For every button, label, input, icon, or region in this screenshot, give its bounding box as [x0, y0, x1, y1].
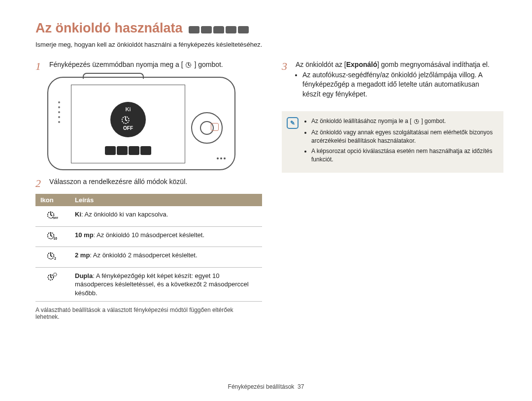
info-item-3: A képsorozat opció kiválasztása esetén n… [311, 147, 497, 164]
table-row: 2 2 mp: Az önkioldó 2 másodpercet késlel… [35, 247, 262, 268]
step-3-pre: Az önkioldót az [ [296, 61, 346, 68]
row-desc-10s: 10 mp: Az önkioldó 10 másodpercet késlel… [70, 226, 262, 247]
step-1-pre: Fényképezés üzemmódban nyomja meg a [ [49, 61, 183, 68]
svg-point-9 [54, 273, 57, 276]
table-row: Dupla: A fényképezőgép két képet készít:… [35, 267, 262, 302]
mode-icon-5 [238, 26, 249, 33]
camera-bottom-dots [217, 157, 228, 161]
row-desc-2s: 2 mp: Az önkioldó 2 másodpercet késlelte… [70, 247, 262, 268]
step-1: 1 Fényképezés üzemmódban nyomja meg a [ … [35, 60, 262, 73]
step-2-text: Válasszon a rendelkezésre álló módok köz… [49, 177, 262, 186]
svg-text:OFF: OFF [53, 216, 59, 219]
table-row: 10 10 mp: Az önkioldó 10 másodpercet kés… [35, 226, 262, 247]
step-1-post: ] gombot. [194, 61, 223, 68]
step-2: 2 Válasszon a rendelkezésre álló módok k… [35, 177, 262, 190]
step-3-bullets: Az autofókusz-segédfény/az önkioldó jelz… [302, 70, 494, 99]
palette-item [129, 146, 139, 155]
manual-page: Az önkioldó használata Ismerje meg, hogy… [0, 0, 532, 401]
info-1-post: ] gombot. [421, 118, 446, 124]
step-1-text: Fényképezés üzemmódban nyomja meg a [ ] … [49, 60, 262, 71]
step-3-bold: Exponáló [346, 61, 377, 68]
timer-modes-table: Ikon Leírás OFF Ki: Az önkioldó ki van k… [35, 194, 262, 302]
camera-lcd: Ki OFF [71, 85, 185, 163]
palette-item [117, 146, 128, 155]
applicable-mode-icons [189, 26, 249, 33]
page-footer: Fényképezési beállítások 37 [0, 383, 532, 390]
info-item-2: Az önkioldó vagy annak egyes szolgáltatá… [311, 128, 497, 145]
info-icon: ✎ [287, 117, 299, 129]
step-number-3: 3 [282, 60, 292, 73]
timer-icon [185, 61, 192, 71]
step-3-post: ] gomb megnyomásával indíthatja el. [377, 61, 490, 68]
step-number-1: 1 [35, 60, 45, 73]
palette-item [105, 146, 116, 155]
footer-page-number: 37 [298, 383, 304, 390]
camera-illustration: Ki OFF [47, 77, 235, 170]
row-icon-off: OFF [35, 206, 70, 226]
table-header-desc: Leírás [70, 194, 262, 206]
left-column: 1 Fényképezés üzemmódban nyomja meg a [ … [35, 60, 262, 320]
table-header-icon: Ikon [35, 194, 70, 206]
right-column: 3 Az önkioldót az [Exponáló] gomb megnyo… [282, 60, 494, 320]
svg-text:10: 10 [54, 237, 58, 240]
two-column-layout: 1 Fényképezés üzemmódban nyomja meg a [ … [35, 60, 497, 320]
camera-lcd-palette [105, 146, 151, 155]
page-title: Az önkioldó használata [35, 21, 183, 36]
timer-off-icon [121, 114, 135, 126]
palette-item [140, 146, 151, 155]
row-icon-10s: 10 [35, 226, 70, 247]
footer-section: Fényképezési beállítások [228, 383, 295, 390]
step-3-text: Az önkioldót az [Exponáló] gomb megnyomá… [296, 61, 490, 68]
table-row: OFF Ki: Az önkioldó ki van kapcsolva. [35, 206, 262, 226]
hub-label-ki: Ki [126, 106, 131, 112]
mode-icon-3 [213, 26, 224, 33]
camera-lcd-center-hub: Ki OFF [110, 102, 146, 137]
camera-highlighted-button [211, 123, 219, 131]
row-desc-off: Ki: Az önkioldó ki van kapcsolva. [70, 206, 262, 226]
step-3-bullet: Az autofókusz-segédfény/az önkioldó jelz… [302, 70, 494, 99]
info-1-pre: Az önkioldó leállításához nyomja le a [ [311, 118, 411, 124]
mode-icon-4 [226, 26, 236, 33]
camera-speaker-dots [54, 98, 64, 148]
info-box: ✎ Az önkioldó leállításához nyomja le a … [282, 111, 503, 173]
svg-text:2: 2 [54, 257, 56, 260]
title-row: Az önkioldó használata [35, 21, 497, 39]
mode-icon-2 [201, 26, 212, 33]
step-3-body: Az önkioldót az [Exponáló] gomb megnyomá… [296, 60, 494, 100]
hub-label-off: OFF [123, 125, 133, 131]
row-icon-2s: 2 [35, 247, 70, 268]
info-item-1: Az önkioldó leállításához nyomja le a [ … [311, 117, 497, 127]
step-3: 3 Az önkioldót az [Exponáló] gomb megnyo… [282, 60, 494, 100]
after-table-note: A választható beállítások a választott f… [35, 307, 247, 320]
row-icon-double [35, 267, 70, 302]
timer-icon [413, 118, 420, 127]
step-number-2: 2 [35, 177, 45, 190]
row-desc-double: Dupla: A fényképezőgép két képet készít:… [70, 267, 262, 302]
intro-text: Ismerje meg, hogyan kell az önkioldót ha… [35, 41, 497, 48]
mode-icon-1 [189, 26, 200, 33]
